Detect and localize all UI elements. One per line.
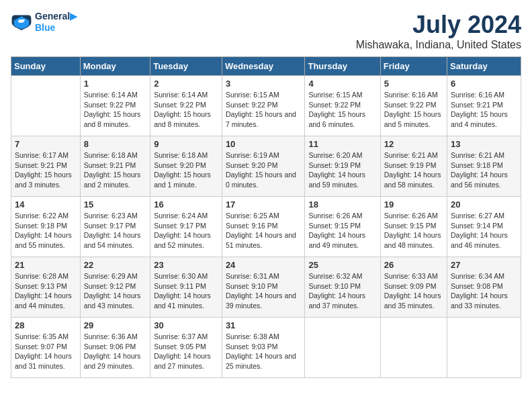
day-number: 3 — [226, 79, 302, 89]
header-monday: Monday — [80, 57, 150, 76]
calendar-cell — [305, 318, 380, 378]
calendar-cell: 31Sunrise: 6:38 AM Sunset: 9:03 PM Dayli… — [222, 318, 305, 378]
day-number: 8 — [84, 139, 146, 149]
cell-info: Sunrise: 6:37 AM Sunset: 9:05 PM Dayligh… — [154, 332, 218, 371]
calendar-cell: 25Sunrise: 6:32 AM Sunset: 9:10 PM Dayli… — [305, 257, 380, 318]
day-number: 29 — [84, 320, 146, 330]
cell-info: Sunrise: 6:35 AM Sunset: 9:07 PM Dayligh… — [15, 332, 77, 371]
calendar-cell: 21Sunrise: 6:28 AM Sunset: 9:13 PM Dayli… — [11, 257, 81, 318]
day-number: 6 — [451, 79, 517, 89]
day-number: 26 — [384, 260, 443, 270]
logo-text: General▶ Blue — [35, 11, 77, 34]
calendar-cell — [11, 76, 81, 136]
calendar-cell: 19Sunrise: 6:26 AM Sunset: 9:15 PM Dayli… — [380, 197, 447, 257]
calendar-cell: 23Sunrise: 6:30 AM Sunset: 9:11 PM Dayli… — [150, 257, 222, 318]
calendar-cell: 16Sunrise: 6:24 AM Sunset: 9:17 PM Dayli… — [150, 197, 222, 257]
calendar-cell: 29Sunrise: 6:36 AM Sunset: 9:06 PM Dayli… — [80, 318, 150, 378]
day-number: 12 — [384, 139, 443, 149]
cell-info: Sunrise: 6:32 AM Sunset: 9:10 PM Dayligh… — [308, 271, 376, 311]
day-number: 31 — [226, 320, 302, 330]
cell-info: Sunrise: 6:33 AM Sunset: 9:09 PM Dayligh… — [384, 271, 443, 311]
cell-info: Sunrise: 6:19 AM Sunset: 9:20 PM Dayligh… — [226, 150, 302, 190]
cell-info: Sunrise: 6:30 AM Sunset: 9:11 PM Dayligh… — [154, 271, 218, 311]
day-number: 10 — [226, 139, 302, 149]
cell-info: Sunrise: 6:22 AM Sunset: 9:18 PM Dayligh… — [15, 211, 77, 250]
cell-info: Sunrise: 6:18 AM Sunset: 9:21 PM Dayligh… — [84, 150, 146, 190]
cell-info: Sunrise: 6:18 AM Sunset: 9:20 PM Dayligh… — [154, 150, 218, 190]
logo-icon — [11, 13, 32, 32]
day-number: 7 — [15, 139, 77, 149]
calendar-cell: 10Sunrise: 6:19 AM Sunset: 9:20 PM Dayli… — [222, 136, 305, 197]
calendar-cell: 18Sunrise: 6:26 AM Sunset: 9:15 PM Dayli… — [305, 197, 380, 257]
header-saturday: Saturday — [447, 57, 521, 76]
day-number: 23 — [154, 260, 218, 270]
day-number: 30 — [154, 320, 218, 330]
day-number: 22 — [84, 260, 146, 270]
cell-info: Sunrise: 6:29 AM Sunset: 9:12 PM Dayligh… — [84, 271, 146, 311]
calendar-cell: 26Sunrise: 6:33 AM Sunset: 9:09 PM Dayli… — [380, 257, 447, 318]
day-number: 2 — [154, 79, 218, 89]
calendar-cell: 3Sunrise: 6:15 AM Sunset: 9:22 PM Daylig… — [222, 76, 305, 136]
cell-info: Sunrise: 6:21 AM Sunset: 9:18 PM Dayligh… — [451, 150, 517, 190]
calendar-cell: 15Sunrise: 6:23 AM Sunset: 9:17 PM Dayli… — [80, 197, 150, 257]
cell-info: Sunrise: 6:28 AM Sunset: 9:13 PM Dayligh… — [15, 271, 77, 311]
cell-info: Sunrise: 6:27 AM Sunset: 9:14 PM Dayligh… — [451, 211, 517, 250]
cell-info: Sunrise: 6:26 AM Sunset: 9:15 PM Dayligh… — [384, 211, 443, 250]
calendar-header-row: SundayMondayTuesdayWednesdayThursdayFrid… — [11, 57, 521, 76]
day-number: 9 — [154, 139, 218, 149]
day-number: 1 — [84, 79, 146, 89]
cell-info: Sunrise: 6:25 AM Sunset: 9:16 PM Dayligh… — [226, 211, 302, 250]
header-tuesday: Tuesday — [150, 57, 222, 76]
calendar-table: SundayMondayTuesdayWednesdayThursdayFrid… — [11, 56, 521, 378]
cell-info: Sunrise: 6:26 AM Sunset: 9:15 PM Dayligh… — [308, 211, 376, 250]
day-number: 11 — [308, 139, 376, 149]
day-number: 17 — [226, 199, 302, 210]
calendar-cell: 4Sunrise: 6:15 AM Sunset: 9:22 PM Daylig… — [305, 76, 380, 136]
day-number: 4 — [308, 79, 376, 89]
calendar-cell: 11Sunrise: 6:20 AM Sunset: 9:19 PM Dayli… — [305, 136, 380, 197]
calendar-cell: 14Sunrise: 6:22 AM Sunset: 9:18 PM Dayli… — [11, 197, 81, 257]
logo: General▶ Blue — [11, 11, 77, 34]
cell-info: Sunrise: 6:31 AM Sunset: 9:10 PM Dayligh… — [226, 271, 302, 311]
cell-info: Sunrise: 6:15 AM Sunset: 9:22 PM Dayligh… — [226, 90, 302, 130]
cell-info: Sunrise: 6:14 AM Sunset: 9:22 PM Dayligh… — [84, 90, 146, 130]
day-number: 28 — [15, 320, 77, 330]
week-row-3: 14Sunrise: 6:22 AM Sunset: 9:18 PM Dayli… — [11, 197, 521, 257]
main-title: July 2024 — [356, 11, 521, 39]
title-area: July 2024 Mishawaka, Indiana, United Sta… — [356, 11, 521, 51]
calendar-cell: 7Sunrise: 6:17 AM Sunset: 9:21 PM Daylig… — [11, 136, 81, 197]
calendar-cell: 8Sunrise: 6:18 AM Sunset: 9:21 PM Daylig… — [80, 136, 150, 197]
header-thursday: Thursday — [305, 57, 380, 76]
week-row-4: 21Sunrise: 6:28 AM Sunset: 9:13 PM Dayli… — [11, 257, 521, 318]
calendar-cell: 24Sunrise: 6:31 AM Sunset: 9:10 PM Dayli… — [222, 257, 305, 318]
page-header: General▶ Blue July 2024 Mishawaka, India… — [11, 11, 521, 51]
cell-info: Sunrise: 6:38 AM Sunset: 9:03 PM Dayligh… — [226, 332, 302, 371]
day-number: 27 — [451, 260, 517, 270]
subtitle: Mishawaka, Indiana, United States — [356, 39, 521, 51]
day-number: 20 — [451, 199, 517, 210]
day-number: 19 — [384, 199, 443, 210]
day-number: 25 — [308, 260, 376, 270]
calendar-cell: 2Sunrise: 6:14 AM Sunset: 9:22 PM Daylig… — [150, 76, 222, 136]
header-sunday: Sunday — [11, 57, 81, 76]
calendar-cell: 22Sunrise: 6:29 AM Sunset: 9:12 PM Dayli… — [80, 257, 150, 318]
day-number: 14 — [15, 199, 77, 210]
cell-info: Sunrise: 6:16 AM Sunset: 9:21 PM Dayligh… — [451, 90, 517, 130]
calendar-cell: 9Sunrise: 6:18 AM Sunset: 9:20 PM Daylig… — [150, 136, 222, 197]
cell-info: Sunrise: 6:20 AM Sunset: 9:19 PM Dayligh… — [308, 150, 376, 190]
calendar-cell — [447, 318, 521, 378]
cell-info: Sunrise: 6:17 AM Sunset: 9:21 PM Dayligh… — [15, 150, 77, 190]
calendar-cell: 5Sunrise: 6:16 AM Sunset: 9:22 PM Daylig… — [380, 76, 447, 136]
day-number: 16 — [154, 199, 218, 210]
header-wednesday: Wednesday — [222, 57, 305, 76]
calendar-cell: 1Sunrise: 6:14 AM Sunset: 9:22 PM Daylig… — [80, 76, 150, 136]
calendar-cell: 13Sunrise: 6:21 AM Sunset: 9:18 PM Dayli… — [447, 136, 521, 197]
calendar-cell: 20Sunrise: 6:27 AM Sunset: 9:14 PM Dayli… — [447, 197, 521, 257]
calendar-cell: 12Sunrise: 6:21 AM Sunset: 9:19 PM Dayli… — [380, 136, 447, 197]
day-number: 13 — [451, 139, 517, 149]
calendar-cell: 27Sunrise: 6:34 AM Sunset: 9:08 PM Dayli… — [447, 257, 521, 318]
day-number: 18 — [308, 199, 376, 210]
week-row-2: 7Sunrise: 6:17 AM Sunset: 9:21 PM Daylig… — [11, 136, 521, 197]
header-friday: Friday — [380, 57, 447, 76]
cell-info: Sunrise: 6:21 AM Sunset: 9:19 PM Dayligh… — [384, 150, 443, 190]
